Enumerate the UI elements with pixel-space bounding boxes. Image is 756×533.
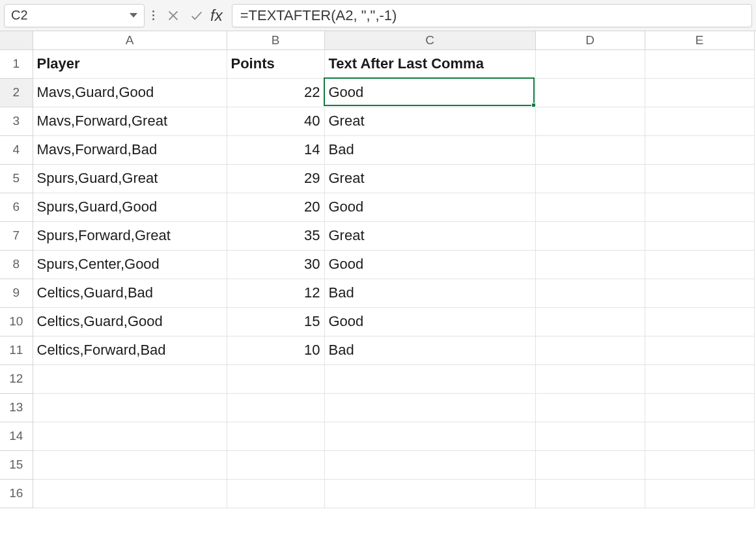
cell-A12[interactable]	[33, 364, 227, 393]
cell-C1[interactable]: Text After Last Comma	[324, 49, 535, 78]
cell-D7[interactable]	[535, 221, 645, 250]
cell-B14[interactable]	[227, 422, 324, 450]
row-header-9[interactable]: 9	[0, 279, 33, 307]
row-header-3[interactable]: 3	[0, 107, 33, 135]
cell-A14[interactable]	[33, 422, 227, 450]
cell-D15[interactable]	[535, 450, 645, 479]
cell-C4[interactable]: Bad	[324, 135, 535, 164]
cell-E6[interactable]	[645, 193, 754, 221]
cell-D8[interactable]	[535, 250, 645, 279]
name-box[interactable]: C2	[4, 4, 145, 27]
row-header-11[interactable]: 11	[0, 336, 33, 364]
cell-C7[interactable]: Great	[324, 221, 535, 250]
cell-E4[interactable]	[645, 135, 754, 164]
cell-A11[interactable]: Celtics,Forward,Bad	[33, 336, 227, 364]
row-header-6[interactable]: 6	[0, 193, 33, 221]
row-header-10[interactable]: 10	[0, 307, 33, 336]
cancel-formula-button[interactable]	[162, 5, 184, 27]
cell-A1[interactable]: Player	[33, 49, 227, 78]
row-header-1[interactable]: 1	[0, 49, 33, 78]
cell-C5[interactable]: Great	[324, 164, 535, 193]
chevron-down-icon[interactable]	[130, 13, 137, 18]
cell-E3[interactable]	[645, 107, 754, 135]
cell-A16[interactable]	[33, 479, 227, 508]
fx-icon[interactable]: fx	[209, 7, 227, 25]
cell-D12[interactable]	[535, 364, 645, 393]
cell-C11[interactable]: Bad	[324, 336, 535, 364]
cell-E9[interactable]	[645, 279, 754, 307]
cell-A8[interactable]: Spurs,Center,Good	[33, 250, 227, 279]
cell-B15[interactable]	[227, 450, 324, 479]
cell-B7[interactable]: 35	[227, 221, 324, 250]
cell-A13[interactable]	[33, 393, 227, 422]
cell-E5[interactable]	[645, 164, 754, 193]
column-header-A[interactable]: A	[33, 31, 227, 49]
cell-B12[interactable]	[227, 364, 324, 393]
cell-D11[interactable]	[535, 336, 645, 364]
row-header-15[interactable]: 15	[0, 450, 33, 479]
row-header-7[interactable]: 7	[0, 221, 33, 250]
cell-C2[interactable]: Good	[324, 78, 535, 107]
cell-E15[interactable]	[645, 450, 754, 479]
cell-D1[interactable]	[535, 49, 645, 78]
cell-B8[interactable]: 30	[227, 250, 324, 279]
cell-C9[interactable]: Bad	[324, 279, 535, 307]
cell-C6[interactable]: Good	[324, 193, 535, 221]
cell-B1[interactable]: Points	[227, 49, 324, 78]
cell-A10[interactable]: Celtics,Guard,Good	[33, 307, 227, 336]
cell-B4[interactable]: 14	[227, 135, 324, 164]
cell-E7[interactable]	[645, 221, 754, 250]
cell-D5[interactable]	[535, 164, 645, 193]
cell-D2[interactable]	[535, 78, 645, 107]
cell-B3[interactable]: 40	[227, 107, 324, 135]
cell-B2[interactable]: 22	[227, 78, 324, 107]
cell-B16[interactable]	[227, 479, 324, 508]
cell-B9[interactable]: 12	[227, 279, 324, 307]
cell-B11[interactable]: 10	[227, 336, 324, 364]
cell-C3[interactable]: Great	[324, 107, 535, 135]
column-header-B[interactable]: B	[227, 31, 324, 49]
row-header-13[interactable]: 13	[0, 393, 33, 422]
cell-B5[interactable]: 29	[227, 164, 324, 193]
cell-B10[interactable]: 15	[227, 307, 324, 336]
cell-D16[interactable]	[535, 479, 645, 508]
cell-E8[interactable]	[645, 250, 754, 279]
cell-D10[interactable]	[535, 307, 645, 336]
cell-D13[interactable]	[535, 393, 645, 422]
cell-A6[interactable]: Spurs,Guard,Good	[33, 193, 227, 221]
cell-E11[interactable]	[645, 336, 754, 364]
cell-A15[interactable]	[33, 450, 227, 479]
cell-E16[interactable]	[645, 479, 754, 508]
cell-A5[interactable]: Spurs,Guard,Great	[33, 164, 227, 193]
cell-E10[interactable]	[645, 307, 754, 336]
cell-D6[interactable]	[535, 193, 645, 221]
cell-A4[interactable]: Mavs,Forward,Bad	[33, 135, 227, 164]
cell-C8[interactable]: Good	[324, 250, 535, 279]
row-header-14[interactable]: 14	[0, 422, 33, 450]
cell-E13[interactable]	[645, 393, 754, 422]
cell-A7[interactable]: Spurs,Forward,Great	[33, 221, 227, 250]
row-header-8[interactable]: 8	[0, 250, 33, 279]
cell-A3[interactable]: Mavs,Forward,Great	[33, 107, 227, 135]
cell-C14[interactable]	[324, 422, 535, 450]
row-header-4[interactable]: 4	[0, 135, 33, 164]
cell-C15[interactable]	[324, 450, 535, 479]
cell-A2[interactable]: Mavs,Guard,Good	[33, 78, 227, 107]
cell-E12[interactable]	[645, 364, 754, 393]
select-all-corner[interactable]	[0, 31, 33, 49]
cell-C12[interactable]	[324, 364, 535, 393]
cell-E14[interactable]	[645, 422, 754, 450]
cell-D3[interactable]	[535, 107, 645, 135]
formula-input[interactable]: =TEXTAFTER(A2, ",",-1)	[232, 4, 752, 27]
cell-E1[interactable]	[645, 49, 754, 78]
cell-C10[interactable]: Good	[324, 307, 535, 336]
cell-D14[interactable]	[535, 422, 645, 450]
row-header-12[interactable]: 12	[0, 364, 33, 393]
row-header-16[interactable]: 16	[0, 479, 33, 508]
cell-B13[interactable]	[227, 393, 324, 422]
cell-E2[interactable]	[645, 78, 754, 107]
column-header-D[interactable]: D	[535, 31, 645, 49]
cell-D4[interactable]	[535, 135, 645, 164]
row-header-2[interactable]: 2	[0, 78, 33, 107]
cell-C13[interactable]	[324, 393, 535, 422]
